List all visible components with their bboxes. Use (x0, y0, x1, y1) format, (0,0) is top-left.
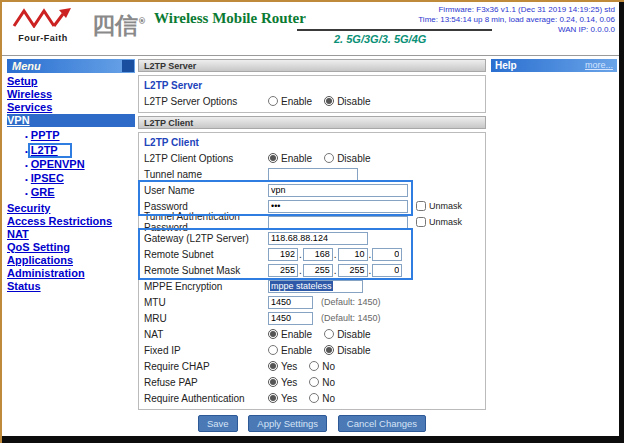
gateway-input[interactable] (268, 232, 368, 245)
fixed-ip-disable-radio[interactable]: Disable (324, 345, 370, 356)
sidebar-item-applications[interactable]: Applications (7, 254, 135, 267)
mppe-encryption-row: MPPE Encryption mppe stateless (139, 278, 485, 294)
fixed-ip-enable-radio[interactable]: Enable (268, 345, 312, 356)
field-label: Require CHAP (144, 361, 268, 372)
mru-row: MRU (Default: 1450) (139, 310, 485, 326)
refuse-pap-yes-radio[interactable]: Yes (268, 377, 297, 388)
l2tp-client-legend: L2TP Client (139, 135, 485, 150)
require-chap-row: Require CHAP Yes No (139, 358, 485, 374)
l2tp-client-section-header: L2TP Client (138, 116, 486, 129)
client-enable-radio[interactable]: Enable (268, 153, 312, 164)
mtu-input[interactable] (268, 296, 313, 309)
gateway-row: Gateway (L2TP Server) (139, 230, 485, 246)
field-label: Fixed IP (144, 345, 268, 356)
sidebar-item-l2tp[interactable]: •L2TP (7, 143, 135, 158)
server-enable-radio[interactable]: Enable (268, 96, 312, 107)
save-button[interactable]: Save (198, 415, 238, 432)
menu-corner-icon (122, 60, 134, 72)
remote-subnet-mask-row: Remote Subnet Mask . . . (139, 262, 485, 278)
bullet-icon: • (25, 132, 28, 141)
tunnel-name-input[interactable] (268, 168, 358, 181)
remote-subnet-mask-octet-1[interactable] (268, 264, 298, 277)
field-label: User Name (144, 185, 268, 196)
sidebar-item-wireless[interactable]: Wireless (7, 88, 135, 101)
system-info: Firmware: F3x36 v1.1 (Dec 31 2019 14:19:… (418, 5, 615, 35)
tunnel-auth-unmask-checkbox[interactable]: Unmask (416, 217, 462, 227)
apply-settings-button[interactable]: Apply Settings (248, 415, 327, 432)
sidebar-item-nat[interactable]: NAT (7, 228, 135, 241)
mppe-encryption-input[interactable]: mppe stateless (268, 280, 363, 293)
main-menu: Setup Wireless Services VPN (7, 75, 135, 127)
remote-subnet-mask-octet-3[interactable] (338, 264, 368, 277)
four-faith-logo: Four-Faith (12, 8, 74, 43)
tunnel-name-row: Tunnel name (139, 166, 485, 182)
field-label: NAT (144, 329, 268, 340)
client-options-row: L2TP Client Options Enable Disable (139, 150, 485, 166)
nat-enable-radio[interactable]: Enable (268, 329, 312, 340)
server-disable-radio[interactable]: Disable (324, 96, 370, 107)
sidebar-item-status[interactable]: Status (7, 280, 135, 293)
remote-subnet-mask-octet-4[interactable] (372, 264, 402, 277)
help-panel: Help more... (491, 59, 617, 72)
require-chap-yes-radio[interactable]: Yes (268, 361, 297, 372)
remote-subnet-octet-2[interactable] (303, 248, 333, 261)
sidebar-item-access-restrictions[interactable]: Access Restrictions (7, 215, 135, 228)
help-more-link[interactable]: more... (585, 59, 613, 72)
sidebar-item-gre[interactable]: •GRE (7, 186, 135, 200)
field-label: Refuse PAP (144, 377, 268, 388)
nat-disable-radio[interactable]: Disable (324, 329, 370, 340)
client-disable-radio[interactable]: Disable (324, 153, 370, 164)
vpn-submenu: •PPTP •L2TP •OPENVPN •IPSEC •GRE (7, 129, 135, 200)
brand-text: Four-Faith (12, 33, 74, 43)
field-label: Remote Subnet Mask (144, 265, 268, 276)
time-info: Time: 13:54:14 up 8 min, load average: 0… (418, 15, 615, 25)
field-label: Require Authentication (144, 393, 268, 404)
remote-subnet-octet-3[interactable] (338, 248, 368, 261)
sidebar-item-vpn[interactable]: VPN (7, 114, 135, 127)
require-auth-yes-radio[interactable]: Yes (268, 393, 297, 404)
field-label: MTU (144, 297, 268, 308)
sidebar-item-setup[interactable]: Setup (7, 75, 135, 88)
remote-subnet-octet-1[interactable] (268, 248, 298, 261)
field-label: L2TP Client Options (144, 153, 268, 164)
router-admin-page: Four-Faith 四信® Wireless Mobile Router 2.… (2, 2, 619, 436)
field-label: Gateway (L2TP Server) (144, 233, 268, 244)
require-chap-no-radio[interactable]: No (309, 361, 335, 372)
require-authentication-row: Require Authentication Yes No (139, 390, 485, 406)
field-label: L2TP Server Options (144, 96, 268, 107)
help-header: Help more... (491, 59, 617, 72)
cancel-changes-button[interactable]: Cancel Changes (338, 415, 426, 432)
field-label: MRU (144, 313, 268, 324)
remote-subnet-octet-4[interactable] (372, 248, 402, 261)
server-options-row: L2TP Server Options Enable Disable (139, 93, 485, 109)
tunnel-auth-password-input[interactable] (268, 216, 408, 229)
sidebar-item-qos-setting[interactable]: QoS Setting (7, 241, 135, 254)
password-input[interactable] (268, 200, 408, 213)
window-frame: Four-Faith 四信® Wireless Mobile Router 2.… (0, 0, 624, 443)
password-unmask-checkbox[interactable]: Unmask (416, 201, 462, 211)
mtu-row: MTU (Default: 1450) (139, 294, 485, 310)
action-buttons: Save Apply Settings Cancel Changes (138, 415, 486, 432)
firmware-info: Firmware: F3x36 v1.1 (Dec 31 2019 14:19:… (418, 5, 615, 15)
refuse-pap-row: Refuse PAP Yes No (139, 374, 485, 390)
remote-subnet-mask-octet-2[interactable] (303, 264, 333, 277)
page-header: Four-Faith 四信® Wireless Mobile Router 2.… (2, 2, 619, 56)
require-auth-no-radio[interactable]: No (309, 393, 335, 404)
sidebar-item-ipsec[interactable]: •IPSEC (7, 172, 135, 186)
sidebar-item-pptp[interactable]: •PPTP (7, 129, 135, 143)
remote-subnet-row: Remote Subnet . . . (139, 246, 485, 262)
tunnel-auth-password-row: Tunnel Authentication Password Unmask (139, 214, 485, 230)
l2tp-server-section-header: L2TP Server (138, 59, 486, 72)
username-input[interactable] (268, 184, 408, 197)
mru-default-note: (Default: 1450) (321, 313, 381, 323)
bullet-icon: • (25, 161, 28, 170)
l2tp-server-legend: L2TP Server (139, 78, 485, 93)
refuse-pap-no-radio[interactable]: No (309, 377, 335, 388)
sidebar-item-services[interactable]: Services (7, 101, 135, 114)
sidebar-item-openvpn[interactable]: •OPENVPN (7, 158, 135, 172)
mru-input[interactable] (268, 312, 313, 325)
sidebar-item-security[interactable]: Security (7, 202, 135, 215)
sidebar-item-administration[interactable]: Administration (7, 267, 135, 280)
l2tp-annotation-box: L2TP (28, 143, 72, 158)
nat-row: NAT Enable Disable (139, 326, 485, 342)
